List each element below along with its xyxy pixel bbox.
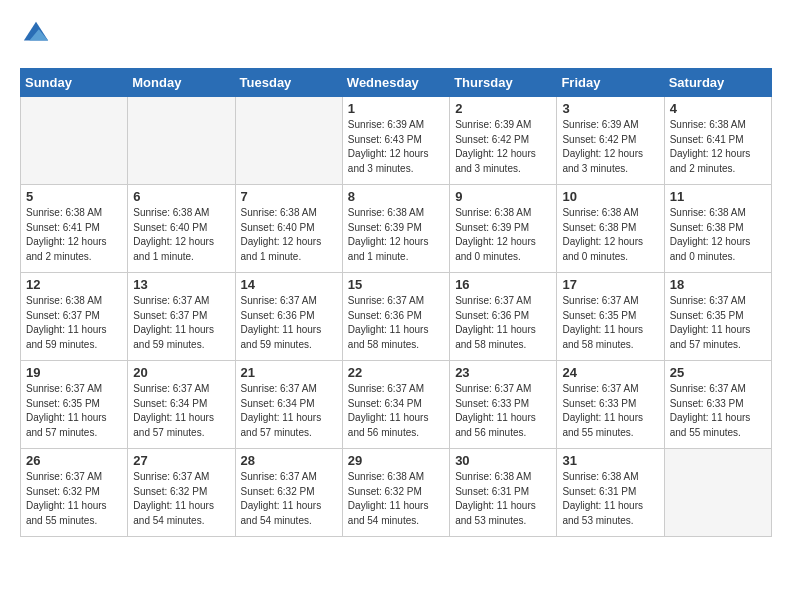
day-number: 4 — [670, 101, 766, 116]
week-row-0: 1Sunrise: 6:39 AM Sunset: 6:43 PM Daylig… — [21, 97, 772, 185]
calendar-cell: 24Sunrise: 6:37 AM Sunset: 6:33 PM Dayli… — [557, 361, 664, 449]
cell-info: Sunrise: 6:38 AM Sunset: 6:32 PM Dayligh… — [348, 470, 444, 528]
day-number: 10 — [562, 189, 658, 204]
day-number: 17 — [562, 277, 658, 292]
cell-info: Sunrise: 6:37 AM Sunset: 6:34 PM Dayligh… — [133, 382, 229, 440]
day-number: 16 — [455, 277, 551, 292]
cell-info: Sunrise: 6:38 AM Sunset: 6:40 PM Dayligh… — [241, 206, 337, 264]
calendar-cell: 3Sunrise: 6:39 AM Sunset: 6:42 PM Daylig… — [557, 97, 664, 185]
cell-info: Sunrise: 6:38 AM Sunset: 6:40 PM Dayligh… — [133, 206, 229, 264]
weekday-sunday: Sunday — [21, 69, 128, 97]
cell-info: Sunrise: 6:37 AM Sunset: 6:35 PM Dayligh… — [670, 294, 766, 352]
calendar-cell: 26Sunrise: 6:37 AM Sunset: 6:32 PM Dayli… — [21, 449, 128, 537]
cell-info: Sunrise: 6:37 AM Sunset: 6:34 PM Dayligh… — [241, 382, 337, 440]
calendar-cell: 13Sunrise: 6:37 AM Sunset: 6:37 PM Dayli… — [128, 273, 235, 361]
week-row-4: 26Sunrise: 6:37 AM Sunset: 6:32 PM Dayli… — [21, 449, 772, 537]
calendar-cell: 6Sunrise: 6:38 AM Sunset: 6:40 PM Daylig… — [128, 185, 235, 273]
day-number: 24 — [562, 365, 658, 380]
cell-info: Sunrise: 6:38 AM Sunset: 6:31 PM Dayligh… — [455, 470, 551, 528]
calendar-cell: 5Sunrise: 6:38 AM Sunset: 6:41 PM Daylig… — [21, 185, 128, 273]
calendar-cell: 21Sunrise: 6:37 AM Sunset: 6:34 PM Dayli… — [235, 361, 342, 449]
cell-info: Sunrise: 6:37 AM Sunset: 6:34 PM Dayligh… — [348, 382, 444, 440]
weekday-friday: Friday — [557, 69, 664, 97]
cell-info: Sunrise: 6:37 AM Sunset: 6:35 PM Dayligh… — [26, 382, 122, 440]
calendar-cell: 25Sunrise: 6:37 AM Sunset: 6:33 PM Dayli… — [664, 361, 771, 449]
calendar-cell: 12Sunrise: 6:38 AM Sunset: 6:37 PM Dayli… — [21, 273, 128, 361]
calendar-cell: 7Sunrise: 6:38 AM Sunset: 6:40 PM Daylig… — [235, 185, 342, 273]
logo — [20, 20, 50, 52]
cell-info: Sunrise: 6:37 AM Sunset: 6:36 PM Dayligh… — [455, 294, 551, 352]
day-number: 28 — [241, 453, 337, 468]
cell-info: Sunrise: 6:37 AM Sunset: 6:32 PM Dayligh… — [26, 470, 122, 528]
logo-icon — [22, 20, 50, 48]
weekday-saturday: Saturday — [664, 69, 771, 97]
day-number: 5 — [26, 189, 122, 204]
week-row-2: 12Sunrise: 6:38 AM Sunset: 6:37 PM Dayli… — [21, 273, 772, 361]
calendar-cell: 20Sunrise: 6:37 AM Sunset: 6:34 PM Dayli… — [128, 361, 235, 449]
calendar-cell: 4Sunrise: 6:38 AM Sunset: 6:41 PM Daylig… — [664, 97, 771, 185]
calendar-cell: 9Sunrise: 6:38 AM Sunset: 6:39 PM Daylig… — [450, 185, 557, 273]
cell-info: Sunrise: 6:38 AM Sunset: 6:38 PM Dayligh… — [670, 206, 766, 264]
day-number: 31 — [562, 453, 658, 468]
cell-info: Sunrise: 6:38 AM Sunset: 6:31 PM Dayligh… — [562, 470, 658, 528]
day-number: 3 — [562, 101, 658, 116]
weekday-thursday: Thursday — [450, 69, 557, 97]
calendar-cell: 23Sunrise: 6:37 AM Sunset: 6:33 PM Dayli… — [450, 361, 557, 449]
day-number: 12 — [26, 277, 122, 292]
page-header — [20, 20, 772, 52]
cell-info: Sunrise: 6:38 AM Sunset: 6:38 PM Dayligh… — [562, 206, 658, 264]
day-number: 14 — [241, 277, 337, 292]
day-number: 27 — [133, 453, 229, 468]
day-number: 21 — [241, 365, 337, 380]
cell-info: Sunrise: 6:37 AM Sunset: 6:33 PM Dayligh… — [455, 382, 551, 440]
day-number: 7 — [241, 189, 337, 204]
cell-info: Sunrise: 6:37 AM Sunset: 6:33 PM Dayligh… — [562, 382, 658, 440]
cell-info: Sunrise: 6:37 AM Sunset: 6:36 PM Dayligh… — [241, 294, 337, 352]
calendar-cell: 14Sunrise: 6:37 AM Sunset: 6:36 PM Dayli… — [235, 273, 342, 361]
cell-info: Sunrise: 6:39 AM Sunset: 6:42 PM Dayligh… — [455, 118, 551, 176]
day-number: 23 — [455, 365, 551, 380]
calendar-cell: 1Sunrise: 6:39 AM Sunset: 6:43 PM Daylig… — [342, 97, 449, 185]
weekday-wednesday: Wednesday — [342, 69, 449, 97]
calendar-cell: 16Sunrise: 6:37 AM Sunset: 6:36 PM Dayli… — [450, 273, 557, 361]
calendar-cell: 28Sunrise: 6:37 AM Sunset: 6:32 PM Dayli… — [235, 449, 342, 537]
day-number: 25 — [670, 365, 766, 380]
weekday-monday: Monday — [128, 69, 235, 97]
calendar-cell — [235, 97, 342, 185]
day-number: 29 — [348, 453, 444, 468]
day-number: 8 — [348, 189, 444, 204]
calendar-cell: 15Sunrise: 6:37 AM Sunset: 6:36 PM Dayli… — [342, 273, 449, 361]
cell-info: Sunrise: 6:38 AM Sunset: 6:41 PM Dayligh… — [26, 206, 122, 264]
cell-info: Sunrise: 6:38 AM Sunset: 6:41 PM Dayligh… — [670, 118, 766, 176]
cell-info: Sunrise: 6:37 AM Sunset: 6:36 PM Dayligh… — [348, 294, 444, 352]
week-row-3: 19Sunrise: 6:37 AM Sunset: 6:35 PM Dayli… — [21, 361, 772, 449]
cell-info: Sunrise: 6:38 AM Sunset: 6:39 PM Dayligh… — [455, 206, 551, 264]
calendar-cell: 30Sunrise: 6:38 AM Sunset: 6:31 PM Dayli… — [450, 449, 557, 537]
day-number: 13 — [133, 277, 229, 292]
day-number: 2 — [455, 101, 551, 116]
calendar-cell — [128, 97, 235, 185]
cell-info: Sunrise: 6:39 AM Sunset: 6:42 PM Dayligh… — [562, 118, 658, 176]
calendar-cell: 19Sunrise: 6:37 AM Sunset: 6:35 PM Dayli… — [21, 361, 128, 449]
day-number: 1 — [348, 101, 444, 116]
week-row-1: 5Sunrise: 6:38 AM Sunset: 6:41 PM Daylig… — [21, 185, 772, 273]
calendar-table: SundayMondayTuesdayWednesdayThursdayFrid… — [20, 68, 772, 537]
calendar-cell: 27Sunrise: 6:37 AM Sunset: 6:32 PM Dayli… — [128, 449, 235, 537]
calendar-cell: 22Sunrise: 6:37 AM Sunset: 6:34 PM Dayli… — [342, 361, 449, 449]
calendar-cell: 11Sunrise: 6:38 AM Sunset: 6:38 PM Dayli… — [664, 185, 771, 273]
weekday-header: SundayMondayTuesdayWednesdayThursdayFrid… — [21, 69, 772, 97]
cell-info: Sunrise: 6:37 AM Sunset: 6:33 PM Dayligh… — [670, 382, 766, 440]
calendar-cell: 29Sunrise: 6:38 AM Sunset: 6:32 PM Dayli… — [342, 449, 449, 537]
day-number: 15 — [348, 277, 444, 292]
cell-info: Sunrise: 6:38 AM Sunset: 6:37 PM Dayligh… — [26, 294, 122, 352]
day-number: 19 — [26, 365, 122, 380]
calendar-cell: 10Sunrise: 6:38 AM Sunset: 6:38 PM Dayli… — [557, 185, 664, 273]
cell-info: Sunrise: 6:38 AM Sunset: 6:39 PM Dayligh… — [348, 206, 444, 264]
day-number: 9 — [455, 189, 551, 204]
calendar-cell: 31Sunrise: 6:38 AM Sunset: 6:31 PM Dayli… — [557, 449, 664, 537]
calendar-body: 1Sunrise: 6:39 AM Sunset: 6:43 PM Daylig… — [21, 97, 772, 537]
cell-info: Sunrise: 6:37 AM Sunset: 6:32 PM Dayligh… — [241, 470, 337, 528]
weekday-tuesday: Tuesday — [235, 69, 342, 97]
day-number: 26 — [26, 453, 122, 468]
day-number: 11 — [670, 189, 766, 204]
